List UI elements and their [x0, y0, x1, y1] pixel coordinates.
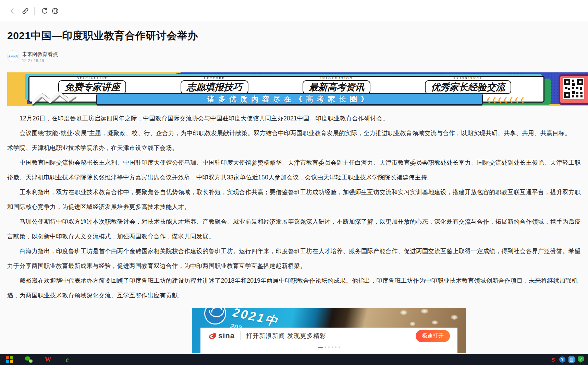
carousel-dot [339, 346, 340, 348]
article-line: 言献策，以创新中印教育人文交流模式，加强两国教育合作，谋求共同发展。 [7, 229, 588, 244]
banner-item[interactable]: LECTURE志愿填报技巧 [181, 76, 248, 94]
article-line: 和国际核心竞争力，为促进区域经济发展培养更多高技术技能人才。 [7, 200, 588, 214]
start-button[interactable] [0, 354, 19, 365]
globe-icon[interactable] [51, 7, 59, 15]
windows-logo-icon [6, 356, 13, 363]
banner-items: SPECIALLIST免费专家讲座LECTURE志愿填报技巧INFORMATIO… [31, 76, 538, 94]
qr-code-card: ▪▪▪▪▪ [559, 74, 588, 105]
w-app-icon: W [45, 356, 51, 363]
carousel-dot-active [318, 347, 323, 348]
qr-code [563, 78, 584, 99]
back-icon[interactable] [8, 7, 16, 15]
wechat-taskbar-icon[interactable] [19, 354, 38, 365]
sina-promo-bar[interactable]: sina 打开新浪新闻 发现更多精彩 极速打开 [200, 328, 457, 353]
banner-item-label-en: LECTURE [181, 76, 248, 80]
article-line: 12月26日，在印度鲁班工坊启运四周年之际，中国教育国际交流协会与中国驻印度大使… [7, 111, 588, 126]
banner-item-label-en: SPECIALLIST [58, 76, 126, 80]
browser-taskbar-icon[interactable]: e [58, 354, 77, 365]
article-line: 遇，为两国职业技术教育领域深化交流、互学互鉴作出应有贡献。 [7, 288, 588, 303]
ad-banner[interactable]: SPECIALLIST免费专家讲座LECTURE志愿填报技巧INFORMATIO… [7, 72, 588, 106]
w-app-taskbar-icon[interactable]: W [38, 354, 58, 365]
article-body: 12月26日，在印度鲁班工坊启运四周年之际，中国教育国际交流协会与中国驻印度大使… [7, 111, 588, 303]
banner-item-label-zh: 最新高考资讯 [303, 80, 370, 94]
article-line: 裕崴、天津机电职业技术学院院长张维津等中方嘉宾出席会议并致辞。中印双方共33家单… [7, 170, 588, 185]
carousel-dot [335, 346, 336, 348]
page-title: 2021中国—印度职业教育合作研讨会举办 [7, 29, 198, 43]
pc-manager-tray-icon[interactable]: ▤ [568, 356, 575, 363]
article-line: 王永利指出，双方在职业技术教育合作中，要聚焦各自优势领域，取长补短，实现合作共赢… [7, 185, 588, 200]
chevrons-decoration: ❮❮❮❮❮❮❮ [486, 96, 526, 103]
banner-band: 诸多优质内容尽在《高考家长圈》 [96, 93, 483, 105]
author-name[interactable]: 未来网教育看点 [22, 51, 58, 58]
banner-item[interactable]: INFORMATION最新高考资讯 [303, 76, 370, 94]
article-line: 力于分享两国职业教育最新成果与经验，促进两国教育双边合作，为中印两国职业教育互学… [7, 259, 588, 273]
carousel-dot [332, 346, 333, 348]
ceiling-light [421, 309, 428, 314]
article-line: 白海力指出，印度鲁班工坊是首个由两个金砖国家相关院校合作建设的鲁班工坊。运行四年… [7, 244, 588, 259]
article-photo[interactable]: 2021中 202 sina 打开新浪新闻 发现更多精彩 极速打开 [192, 308, 466, 353]
banner-item-label-zh: 志愿填报技巧 [181, 80, 248, 94]
sina-wordmark: sina [218, 331, 235, 340]
ceiling-light [451, 315, 458, 320]
help-tray-icon[interactable]: ? [559, 356, 565, 363]
system-tray: S ? ▤ ✓ [550, 356, 588, 363]
carousel-dot [325, 346, 326, 348]
sina-logo: sina [208, 331, 235, 340]
author-avatar[interactable]: 未来网高校 [7, 50, 19, 62]
article-line: 中国教育国际交流协会秘书长王永利、中国驻印度大使馆公使马珈、中国驻印度大使馆参赞… [7, 155, 588, 170]
sina-tray-icon[interactable]: S [550, 356, 556, 363]
refresh-icon[interactable] [40, 7, 49, 15]
conference-logo-icon [204, 308, 226, 325]
carousel-dots [200, 344, 457, 350]
browser-e-icon: e [65, 355, 69, 364]
ceiling-light [432, 320, 438, 325]
qr-caption: ▪▪▪▪▪ [563, 99, 588, 102]
banner-item-label-zh: 优秀家长经验交流 [425, 80, 511, 94]
publish-time: 12-27 16:46 [22, 58, 44, 63]
banner-item[interactable]: EXPERIENCE优秀家长经验交流 [425, 76, 511, 94]
ceiling-light [410, 322, 415, 326]
article-line: 术学院、天津机电职业技术学院承办，在天津市设立线下会场。 [7, 141, 588, 155]
ceiling-light [400, 310, 407, 315]
safety-shield-tray-icon[interactable]: ✓ [578, 356, 584, 363]
toolbar-divider [34, 7, 35, 15]
article-line: 戴裕崴在欢迎辞中代表承办方简要回顾了印度鲁班工坊的建设历程并讲述了2018年和2… [7, 273, 588, 288]
sina-promo-message: 打开新浪新闻 发现更多精彩 [246, 332, 326, 340]
open-fast-button[interactable]: 极速打开 [416, 330, 450, 342]
sina-eye-icon [208, 332, 217, 340]
author-avatar-text: 未来网高校 [8, 55, 18, 62]
banner-item-label-en: INFORMATION [303, 76, 370, 80]
sina-bar-divider [240, 331, 241, 340]
banner-band-text: 诸多优质内容尽在《高考家长圈》 [207, 94, 372, 104]
zigzag-decoration [32, 91, 76, 106]
link-icon[interactable] [21, 7, 29, 15]
article-line: 会议围绕“技能·就业·发展”主题，凝聚政、校、行、企合力，为中印职教发展献计献策… [7, 126, 588, 141]
article-line: 马珈公使期待中印双方通过本次职教研讨会，对技术技能人才培养、产教融合、就业前景和… [7, 214, 588, 229]
windows-taskbar: W e S ? ▤ ✓ [0, 354, 588, 365]
browser-toolbar [0, 0, 588, 22]
carousel-dot [328, 346, 330, 348]
banner-item-label-en: EXPERIENCE [425, 76, 511, 80]
wechat-icon [25, 356, 33, 363]
